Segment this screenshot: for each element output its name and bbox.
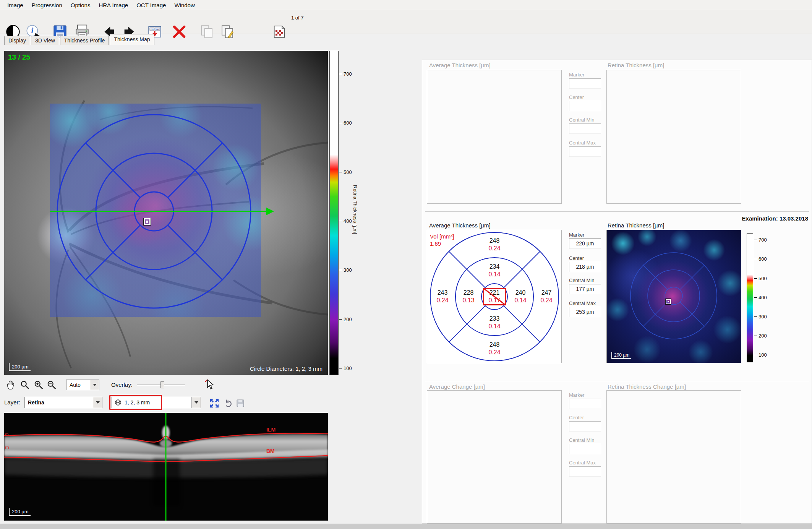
hand-tool-icon[interactable] <box>5 379 17 391</box>
section-divider <box>425 381 809 381</box>
central-max-value: 253 µm <box>569 307 601 317</box>
position-marker <box>144 218 151 225</box>
oct-bscan-image <box>4 413 328 521</box>
center-label-prev: Center <box>569 94 584 100</box>
overlay-label: Overlay: <box>111 381 133 388</box>
central-max-label-change: Central Max <box>569 460 596 466</box>
retina-thickness-title-prev: Retina Thickness [µm] <box>608 62 664 68</box>
retina-thickness-change-box <box>606 390 741 524</box>
central-max-label: Central Max <box>569 300 596 306</box>
menu-window[interactable]: Window <box>170 2 199 8</box>
marker-label-prev: Marker <box>569 72 584 78</box>
copy-edit-icon[interactable] <box>219 23 236 41</box>
center-value-prev <box>569 101 601 111</box>
avg-change-box <box>427 390 562 524</box>
colorbar-tick: 500 <box>339 169 352 175</box>
map-colorbar-tick: 400 <box>754 295 767 300</box>
center-label-change: Center <box>569 415 584 420</box>
pointer-tool-icon[interactable] <box>204 378 215 390</box>
center-value-change <box>569 421 601 432</box>
avg-thickness-title-prev: Average Thickness [µm] <box>429 62 491 68</box>
map-colorbar <box>747 233 753 362</box>
avg-thickness-box-prev <box>427 70 562 204</box>
colorbar-axis-label: Retina Thickness [µm] <box>352 185 358 234</box>
tab-3d-view[interactable]: 3D View <box>31 36 59 45</box>
svg-text:00: 00 <box>156 28 159 31</box>
retina-thickness-map[interactable]: 200 µm <box>606 230 741 363</box>
fundus-view[interactable]: 13 / 25 200 µm Circle Diameters: 1, 2, 3… <box>4 51 328 375</box>
etdrs-grid-overlay <box>4 51 328 375</box>
volume-label: Vol [mm³] 1.69 <box>430 233 454 247</box>
copy-icon[interactable] <box>198 23 216 41</box>
tab-thickness-profile[interactable]: Thickness Profile <box>60 36 109 45</box>
map-colorbar-tick: 100 <box>754 352 767 358</box>
etdrs-inner-right: 2400.14 <box>507 289 534 304</box>
report-icon[interactable] <box>271 23 288 41</box>
map-colorbar-tick: 600 <box>754 256 767 262</box>
etdrs-outer-top: 2480.24 <box>481 237 508 252</box>
map-grid-overlay <box>607 230 741 363</box>
zoom-tool-icon[interactable] <box>19 379 31 391</box>
center-value: 218 µm <box>569 262 601 272</box>
bm-left-fragment: rn <box>5 445 9 450</box>
dropdown-arrow-icon[interactable] <box>93 397 102 408</box>
map-colorbar-tick: 200 <box>754 333 767 339</box>
map-colorbar-tick: 700 <box>754 237 767 243</box>
colorbar-tick: 700 <box>339 71 352 77</box>
zoom-in-icon[interactable] <box>33 379 44 391</box>
etdrs-outer-right: 2470.24 <box>533 289 560 304</box>
fundus-scale-label: 200 µm <box>9 363 31 371</box>
central-min-value-change <box>569 444 601 454</box>
fit-view-icon[interactable] <box>209 398 220 409</box>
zoom-mode-dropdown[interactable]: Auto <box>66 380 99 390</box>
center-strikethrough <box>483 288 506 305</box>
layer-label: Layer: <box>4 399 20 406</box>
frame-counter: 13 / 25 <box>8 53 30 62</box>
dropdown-arrow-icon[interactable] <box>191 397 201 408</box>
zoom-out-icon[interactable] <box>46 379 57 391</box>
tab-display[interactable]: Display <box>4 36 30 45</box>
highlight-annotation <box>109 395 162 410</box>
map-scale-label: 200 µm <box>611 352 631 359</box>
oct-bscan[interactable]: ILM BM m rn 200 µm <box>4 413 328 521</box>
avg-thickness-title: Average Thickness [µm] <box>429 222 491 229</box>
menu-progression[interactable]: Progression <box>28 2 66 8</box>
layer-dropdown[interactable]: Retina <box>24 397 102 408</box>
main-colorbar <box>329 51 339 375</box>
center-label: Center <box>569 255 584 261</box>
app: { "menubar": {"items": ["Image", "Progre… <box>0 0 812 529</box>
colorbar-tick: 300 <box>339 267 352 273</box>
retina-thickness-change-title: Retina Thickness Change [µm] <box>608 383 686 390</box>
menu-options[interactable]: Options <box>66 2 95 8</box>
colorbar-tick: 100 <box>339 365 352 371</box>
map-position-marker <box>666 299 671 304</box>
marker-label-change: Marker <box>569 392 584 398</box>
central-min-label-change: Central Min <box>569 437 594 443</box>
tab-bar: Display 3D View Thickness Profile Thickn… <box>4 34 155 45</box>
central-max-label-prev: Central Max <box>569 140 596 146</box>
menu-image[interactable]: Image <box>3 2 28 8</box>
central-max-value-prev <box>569 146 601 157</box>
central-min-value-prev <box>569 123 601 134</box>
menu-hra-image[interactable]: HRA Image <box>94 2 132 8</box>
save-small-icon[interactable] <box>235 398 246 409</box>
toolbar: i 0000 1 of 7 <box>0 10 812 34</box>
retina-thickness-box-prev <box>606 70 741 204</box>
central-max-value-change <box>569 466 601 477</box>
bscan-scale-label: 200 µm <box>9 508 31 516</box>
bm-label: BM <box>266 448 275 454</box>
bottom-strip <box>0 524 812 529</box>
circle-diameters-caption: Circle Diameters: 1, 2, 3 mm <box>250 365 323 372</box>
marker-label: Marker <box>569 232 584 238</box>
overlay-slider[interactable] <box>137 381 185 389</box>
colorbar-tick: 200 <box>339 316 352 322</box>
ilm-left-fragment: m <box>5 432 9 437</box>
undo-icon[interactable] <box>222 398 234 409</box>
menu-oct-image[interactable]: OCT Image <box>132 2 170 8</box>
etdrs-outer-bottom: 2480.24 <box>481 341 508 356</box>
tab-thickness-map[interactable]: Thickness Map <box>110 34 154 45</box>
dropdown-arrow-icon[interactable] <box>90 380 99 390</box>
slider-handle[interactable] <box>160 381 164 388</box>
colorbar-tick: 600 <box>339 120 352 126</box>
delete-icon[interactable] <box>170 23 188 41</box>
